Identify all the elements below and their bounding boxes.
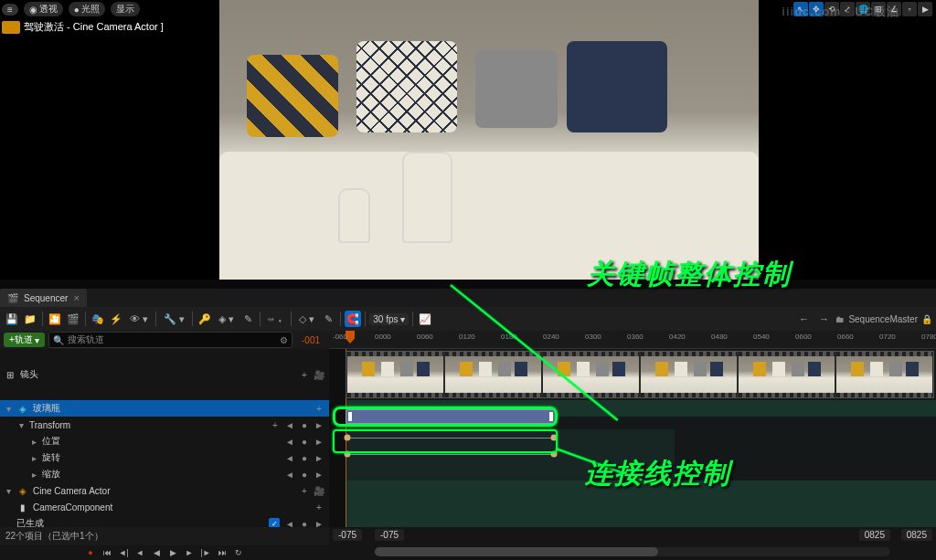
gizmo-speed-icon[interactable]: ▶ <box>918 2 932 16</box>
expand-icon[interactable]: ▾ <box>16 420 26 430</box>
add-key-button[interactable]: ● <box>298 437 311 447</box>
location-track[interactable]: ▸ 位置 ◄●► <box>0 433 329 449</box>
director-icon[interactable]: 🎭 <box>90 311 106 327</box>
keyframe[interactable] <box>345 435 351 441</box>
add-key-button[interactable]: ● <box>298 420 311 430</box>
add-key-button[interactable]: ● <box>298 519 311 528</box>
viewport-show-dropdown[interactable]: 显示 <box>111 2 140 16</box>
next-key-button[interactable]: ► <box>313 420 325 430</box>
goto-start-button[interactable]: ⏮ <box>101 546 113 559</box>
next-key-button[interactable]: ► <box>313 470 325 480</box>
glass-actor-track[interactable]: ▾ ◈ 玻璃瓶 + <box>0 400 329 417</box>
expand-icon[interactable]: ▾ <box>4 486 13 496</box>
rotation-track[interactable]: ▸ 旋转 ◄●► <box>0 449 329 466</box>
autokey-button[interactable]: ◈ ▾ <box>215 311 238 327</box>
close-icon[interactable]: × <box>73 292 79 303</box>
play-reverse-button[interactable]: ◀ <box>150 546 163 559</box>
timeline-scrollbar-thumb[interactable] <box>375 547 658 556</box>
loop-button[interactable]: ↻ <box>232 546 245 559</box>
view-end-display[interactable]: 0825 <box>859 529 890 541</box>
range-start-input[interactable]: -075 <box>333 529 362 541</box>
keyframe[interactable] <box>551 435 558 441</box>
timeline-scrollbar-track[interactable] <box>375 547 890 556</box>
transform-curve-area[interactable] <box>346 429 675 481</box>
spawned-track[interactable]: 已生成 ✓ ◄●► <box>0 515 329 527</box>
timeline-area[interactable] <box>329 349 936 527</box>
expand-icon[interactable]: ▸ <box>29 437 38 447</box>
prev-key-button[interactable]: ◄ <box>283 437 296 447</box>
lock-icon[interactable]: 🔒 <box>921 314 932 324</box>
viewport-menu-button[interactable]: ≡ <box>2 4 18 16</box>
transform-track[interactable]: ▾ Transform +◄●► <box>0 417 329 433</box>
key-interp-button[interactable]: ⎃ ▾ <box>264 311 287 327</box>
range-end-input[interactable]: 0825 <box>901 529 932 541</box>
view-start-display[interactable]: -075 <box>375 529 404 541</box>
goto-end-button[interactable]: ⏭ <box>216 546 229 559</box>
prev-key-button[interactable]: ◄ <box>283 420 296 430</box>
viewport-perspective-dropdown[interactable]: ◉ 透视 <box>24 2 63 16</box>
gizmo-scale-snap-icon[interactable]: ▫ <box>902 2 917 16</box>
record-button[interactable]: ● <box>84 546 97 559</box>
add-button[interactable]: + <box>313 502 325 512</box>
snap-button[interactable]: 🧲 <box>345 311 361 327</box>
step-back-button[interactable]: ◄ <box>133 546 146 559</box>
timeline-ruler[interactable]: -060000000600120018002400300036004200480… <box>329 331 936 349</box>
step-forward-button[interactable]: ► <box>183 546 196 559</box>
view-options-button[interactable]: 👁 ▾ <box>126 311 152 327</box>
camera-cut-track[interactable]: ⊞ 镜头 +🎥 <box>0 349 329 400</box>
spawned-checkbox[interactable]: ✓ <box>269 518 280 527</box>
next-key-button[interactable]: ► <box>313 453 325 463</box>
keyframe[interactable] <box>345 451 351 458</box>
prev-key-button[interactable]: ◄ <box>283 453 296 463</box>
play-button[interactable]: ▶ <box>166 546 179 559</box>
sequence-name[interactable]: SequenceMaster <box>848 314 918 324</box>
add-button[interactable]: + <box>269 420 282 430</box>
edit-icon[interactable]: ✎ <box>239 311 256 327</box>
search-input[interactable]: 🔍搜索轨道⚙ <box>48 332 292 348</box>
pilot-camera-button[interactable]: 🎥 <box>313 486 325 496</box>
add-button[interactable]: + <box>298 486 311 496</box>
prev-key-button[interactable]: ◄| <box>117 546 130 559</box>
nav-forward-button[interactable]: → <box>815 311 832 327</box>
camera-cut-section[interactable] <box>346 351 934 398</box>
filter-icon[interactable]: ⚙ <box>280 335 288 345</box>
viewport-render[interactable] <box>219 0 759 280</box>
camera-component-track[interactable]: ▮ CameraComponent + <box>0 499 329 515</box>
add-key-button[interactable]: ● <box>298 470 311 480</box>
cine-camera-track[interactable]: ▾ ◈ Cine Camera Actor +🎥 <box>0 482 329 499</box>
prev-key-button[interactable]: ◄ <box>283 519 296 528</box>
keyframe[interactable] <box>551 451 558 458</box>
current-frame-display[interactable]: -001 <box>296 335 325 345</box>
expand-icon[interactable]: ▸ <box>29 453 38 463</box>
render-movie-button[interactable]: 🎦 <box>47 311 63 327</box>
add-track-button[interactable]: +轨道 ▾ <box>4 333 45 347</box>
add-key-button[interactable]: + <box>313 404 325 414</box>
next-key-button[interactable]: ► <box>313 437 325 447</box>
allow-edits-icon[interactable]: ✎ <box>320 311 336 327</box>
section-handle-left[interactable] <box>348 412 352 421</box>
next-key-button[interactable]: |► <box>199 546 212 559</box>
fps-dropdown[interactable]: 30 fps ▾ <box>369 313 408 325</box>
scale-track[interactable]: ▸ 缩放 ◄●► <box>0 466 329 482</box>
autokey-options[interactable]: ◇ ▾ <box>295 311 318 327</box>
render-options-button[interactable]: 🎬 <box>65 311 81 327</box>
next-key-button[interactable]: ► <box>313 519 325 528</box>
curve-editor-button[interactable]: 📈 <box>417 311 433 327</box>
add-section-button[interactable]: + <box>298 370 311 380</box>
save-button[interactable]: 💾 <box>4 311 20 327</box>
expand-icon[interactable]: ▸ <box>29 470 38 480</box>
expand-icon[interactable]: ▾ <box>4 404 13 414</box>
actions-button[interactable]: ⚡ <box>108 311 124 327</box>
glass-section-bar[interactable] <box>346 409 556 424</box>
prev-key-button[interactable]: ◄ <box>283 470 296 480</box>
viewport-lit-dropdown[interactable]: ● 光照 <box>69 2 105 16</box>
sequencer-tab[interactable]: 🎬 Sequencer × <box>0 289 87 307</box>
key-button[interactable]: 🔑 <box>197 311 213 327</box>
add-key-button[interactable]: ● <box>298 453 311 463</box>
browse-button[interactable]: 📁 <box>22 311 38 327</box>
camera-pilot-label[interactable]: ▮ 驾驶激活 - Cine Camera Actor ] <box>2 20 164 34</box>
nav-back-button[interactable]: ← <box>795 311 812 327</box>
lock-camera-button[interactable]: 🎥 <box>313 370 325 380</box>
section-handle-right[interactable] <box>549 412 553 421</box>
playback-options-button[interactable]: 🔧 ▾ <box>160 311 188 327</box>
